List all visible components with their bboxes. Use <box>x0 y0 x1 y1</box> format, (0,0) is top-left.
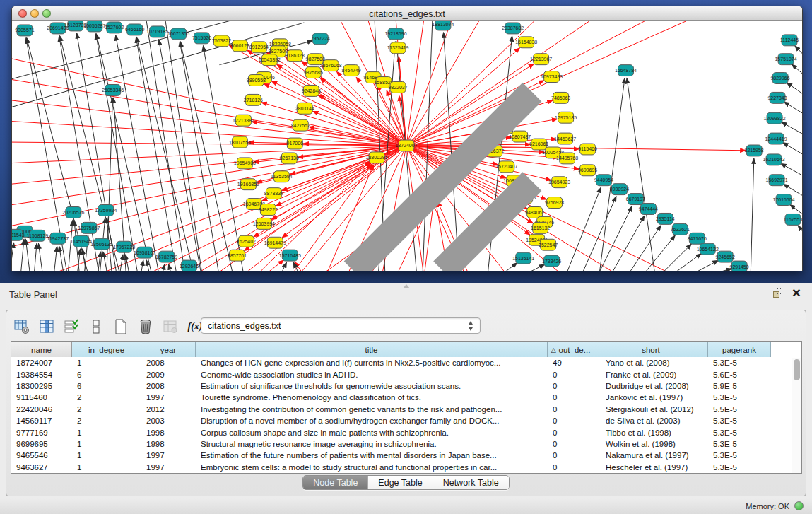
cell-pagerank[interactable]: 5.3E-5 <box>708 451 771 460</box>
cell-in_degree[interactable]: 1 <box>72 463 141 472</box>
cell-out_de[interactable]: 0 <box>548 451 594 460</box>
column-header-name[interactable]: name <box>11 342 72 357</box>
cell-out_de[interactable]: 0 <box>548 428 594 437</box>
tab-edge-table[interactable]: Edge Table <box>368 476 433 489</box>
cell-short[interactable]: Tibbo et al. (1998) <box>594 428 708 437</box>
cell-name[interactable]: 9115460 <box>11 393 72 402</box>
cell-name[interactable]: 22420046 <box>11 405 72 414</box>
cell-pagerank[interactable]: 5.9E-5 <box>708 382 771 390</box>
cell-pagerank[interactable]: 5.6E-5 <box>708 370 771 379</box>
table-scrollbar-thumb[interactable] <box>794 359 800 380</box>
network-window-titlebar[interactable]: citations_edges.txt <box>12 6 802 21</box>
table-row[interactable]: 911546021997Tourette syndrome. Phenomeno… <box>11 392 801 403</box>
table-row[interactable]: 977716911998Corpus callosum shape and si… <box>11 426 801 438</box>
table-row[interactable]: 1456911722003Disruption of a novel membe… <box>11 415 801 426</box>
cell-pagerank[interactable]: 5.3E-5 <box>708 463 771 472</box>
resize-grip[interactable] <box>12 21 802 271</box>
cell-in_degree[interactable]: 2 <box>72 416 141 425</box>
cell-name[interactable]: 9699695 <box>11 440 72 448</box>
cell-short[interactable]: Stergiakouli et al. (2012) <box>594 405 708 414</box>
table-row[interactable]: 946362711997Embryonic stem cells: a mode… <box>11 462 801 473</box>
delete-table-icon[interactable] <box>137 318 154 335</box>
cell-in_degree[interactable]: 1 <box>72 451 141 460</box>
cell-title[interactable]: Changes of HCN gene expression and I(f) … <box>196 358 548 367</box>
column-header-title[interactable]: title <box>196 342 548 357</box>
cell-name[interactable]: 9777169 <box>11 428 72 437</box>
table-source-select[interactable]: citations_edges.txt <box>201 317 481 334</box>
close-panel-icon[interactable]: ✕ <box>791 287 802 300</box>
select-rows-icon[interactable] <box>63 318 80 335</box>
cell-title[interactable]: Corpus callosum shape and size in male p… <box>196 428 548 437</box>
network-canvas[interactable]: 1872400718300295193845548660123891295418… <box>12 21 802 271</box>
cell-year[interactable]: 2009 <box>141 370 196 379</box>
cell-short[interactable]: Dudbridge et al. (2008) <box>594 382 708 390</box>
memory-status-dot[interactable] <box>794 501 804 510</box>
cell-name[interactable]: 14569117 <box>11 416 72 425</box>
column-header-out_de[interactable]: △out_de... <box>548 342 594 357</box>
cell-out_de[interactable]: 0 <box>548 463 594 472</box>
cell-in_degree[interactable]: 6 <box>72 370 141 379</box>
cell-title[interactable]: Embryonic stem cells: a model to study s… <box>196 463 548 472</box>
cell-in_degree[interactable]: 2 <box>72 393 141 402</box>
show-columns-icon[interactable] <box>38 318 55 335</box>
cell-short[interactable]: Jankovic et al. (1997) <box>594 393 708 402</box>
cell-year[interactable]: 1997 <box>141 393 196 402</box>
cell-year[interactable]: 1998 <box>141 428 196 437</box>
cell-name[interactable]: 9465546 <box>11 451 72 460</box>
cell-year[interactable]: 1998 <box>141 440 196 448</box>
cell-out_de[interactable]: 0 <box>548 416 594 425</box>
table-row[interactable]: 1938455462009Genome-wide association stu… <box>11 368 801 380</box>
cell-title[interactable]: Genome-wide association studies in ADHD. <box>196 370 548 379</box>
table-row[interactable]: 946554611997Estimation of the future num… <box>11 450 801 461</box>
cell-pagerank[interactable]: 5.5E-5 <box>708 405 771 414</box>
cell-name[interactable]: 18724007 <box>11 358 72 367</box>
cell-pagerank[interactable]: 5.3E-5 <box>708 428 771 437</box>
divider-handle[interactable] <box>403 284 410 288</box>
cell-pagerank[interactable]: 5.3E-5 <box>708 393 771 402</box>
table-row[interactable]: 969969511998Structural magnetic resonanc… <box>11 438 801 450</box>
compact-view-icon[interactable] <box>88 318 105 335</box>
cell-year[interactable]: 2008 <box>141 358 196 367</box>
cell-short[interactable]: de Silva et al. (2003) <box>594 416 708 425</box>
cell-title[interactable]: Tourette syndrome. Phenomenology and cla… <box>196 393 548 402</box>
cell-in_degree[interactable]: 2 <box>72 405 141 414</box>
cell-short[interactable]: Franke et al. (2009) <box>594 370 708 379</box>
column-header-short[interactable]: short <box>594 342 708 357</box>
cell-in_degree[interactable]: 1 <box>72 440 141 448</box>
column-header-in_degree[interactable]: in_degree <box>72 342 141 357</box>
cell-year[interactable]: 1997 <box>141 451 196 460</box>
cell-short[interactable]: Hescheler et al. (1997) <box>594 463 708 472</box>
cell-title[interactable]: Estimation of the future numbers of pati… <box>196 451 548 460</box>
cell-year[interactable]: 2012 <box>141 405 196 414</box>
cell-out_de[interactable]: 0 <box>548 393 594 402</box>
cell-pagerank[interactable]: 5.3E-5 <box>708 416 771 425</box>
new-table-icon[interactable] <box>112 318 129 335</box>
cell-out_de[interactable]: 49 <box>548 358 594 367</box>
column-header-pagerank[interactable]: pagerank <box>708 342 771 357</box>
cell-in_degree[interactable]: 1 <box>72 358 141 367</box>
cell-title[interactable]: Disruption of a novel member of a sodium… <box>196 416 548 425</box>
cell-pagerank[interactable]: 5.3E-5 <box>708 358 771 367</box>
cell-out_de[interactable]: 0 <box>548 440 594 448</box>
cell-short[interactable]: Wolkin et al. (1998) <box>594 440 708 448</box>
cell-year[interactable]: 2008 <box>141 382 196 390</box>
cell-name[interactable]: 9463627 <box>11 463 72 472</box>
table-scrollbar[interactable] <box>792 358 801 473</box>
table-row[interactable]: 2242004622012Investigating the contribut… <box>11 404 801 415</box>
float-panel-icon[interactable] <box>772 288 784 300</box>
cell-in_degree[interactable]: 1 <box>72 428 141 437</box>
table-row[interactable]: 1872400712008Changes of HCN gene express… <box>11 357 801 368</box>
cell-year[interactable]: 2003 <box>141 416 196 425</box>
tab-network-table[interactable]: Network Table <box>433 476 509 489</box>
cell-out_de[interactable]: 0 <box>548 405 594 414</box>
cell-out_de[interactable]: 0 <box>548 382 594 390</box>
cell-title[interactable]: Structural magnetic resonance image aver… <box>196 440 548 448</box>
cell-title[interactable]: Investigating the contribution of common… <box>196 405 548 414</box>
column-header-year[interactable]: year <box>141 342 196 357</box>
table-row[interactable]: 1830029562008Estimation of significance … <box>11 380 801 392</box>
cell-name[interactable]: 19384554 <box>11 370 72 379</box>
table-settings-icon[interactable] <box>13 318 30 335</box>
import-table-icon[interactable] <box>162 318 179 335</box>
cell-year[interactable]: 1997 <box>141 463 196 472</box>
cell-name[interactable]: 18300295 <box>11 382 72 390</box>
